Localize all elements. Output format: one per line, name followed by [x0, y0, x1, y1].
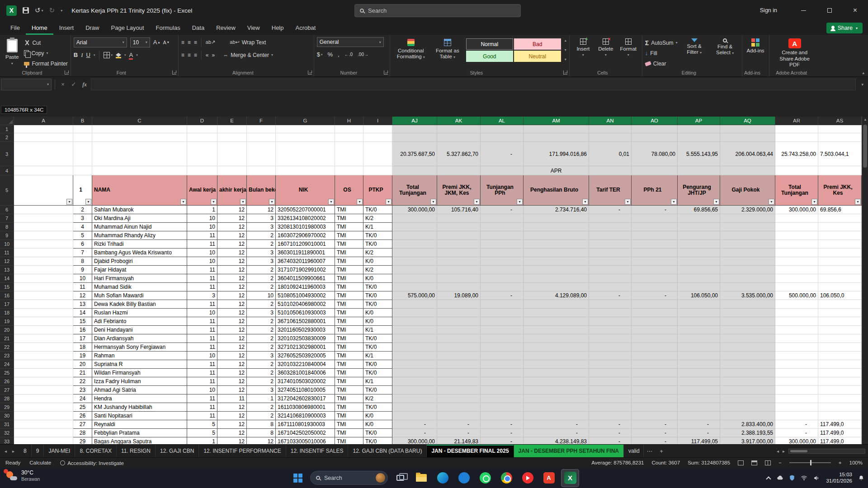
cell[interactable]: 11 — [187, 343, 217, 352]
cell[interactable]: 3201032210840004 — [276, 360, 335, 369]
cell[interactable]: 2 — [247, 343, 276, 352]
cell[interactable]: Bagas Anggara Saputra — [92, 437, 187, 444]
cell[interactable]: TMI — [335, 386, 363, 394]
cell[interactable]: 0,01 — [589, 142, 632, 166]
cell[interactable] — [392, 360, 437, 369]
row-header[interactable]: 3 — [0, 142, 14, 166]
cell[interactable]: Premi JKK, JKM, Kes▼ — [437, 175, 481, 206]
cell[interactable] — [818, 352, 862, 360]
cell[interactable] — [678, 377, 720, 386]
cell[interactable] — [392, 249, 437, 257]
cell[interactable]: Awal kerja▼ — [187, 175, 217, 206]
cell[interactable]: 11 — [187, 377, 217, 386]
cell[interactable] — [524, 266, 589, 274]
cell[interactable]: - — [437, 429, 481, 437]
column-header-AJ[interactable]: AJ — [392, 117, 437, 125]
cell[interactable]: Hari Firmansyah — [92, 274, 187, 283]
cell[interactable]: TK/0 — [363, 437, 392, 444]
cell[interactable] — [437, 343, 481, 352]
column-header-B[interactable]: B — [73, 117, 92, 125]
cell[interactable]: 25 — [73, 403, 92, 412]
cell[interactable] — [775, 403, 818, 412]
cell[interactable] — [524, 257, 589, 266]
cell[interactable]: TMI — [335, 274, 363, 283]
column-header-AM[interactable]: AM — [524, 117, 589, 125]
cell[interactable] — [632, 231, 678, 240]
cell[interactable] — [818, 249, 862, 257]
cell[interactable] — [818, 133, 862, 142]
cell[interactable] — [392, 240, 437, 249]
cell[interactable]: 69.856,65 — [678, 206, 720, 214]
cell[interactable] — [632, 334, 678, 343]
format-cells-button[interactable]: Format▾ — [618, 37, 639, 58]
cell[interactable]: K/0 — [363, 257, 392, 266]
cell[interactable] — [632, 257, 678, 266]
cell[interactable] — [481, 274, 524, 283]
cell[interactable] — [335, 166, 363, 175]
cell[interactable] — [392, 386, 437, 394]
cell[interactable]: 117.499,0 — [818, 420, 862, 429]
start-button[interactable] — [289, 469, 307, 487]
cell[interactable]: 3172042602830017 — [276, 394, 335, 403]
cell[interactable]: Oki Mardina Aji — [92, 214, 187, 223]
ribbon-tab-acrobat[interactable]: Acrobat — [290, 21, 322, 35]
cell[interactable] — [524, 377, 589, 386]
cell[interactable]: ▼ — [14, 175, 73, 206]
row-header[interactable]: 16 — [0, 291, 14, 300]
cell[interactable] — [437, 240, 481, 249]
cell[interactable] — [678, 231, 720, 240]
cell[interactable] — [524, 223, 589, 231]
cell[interactable]: - — [775, 420, 818, 429]
cell[interactable]: 300.000,00 — [392, 437, 437, 444]
cell[interactable]: 2 — [247, 274, 276, 283]
cell[interactable] — [392, 266, 437, 274]
cell[interactable]: 2 — [73, 206, 92, 214]
cell[interactable] — [818, 386, 862, 394]
cell[interactable] — [678, 334, 720, 343]
cell[interactable] — [720, 394, 775, 403]
cell[interactable]: - — [481, 420, 524, 429]
cell[interactable] — [481, 360, 524, 369]
cell[interactable] — [524, 309, 589, 317]
cell[interactable]: Santi Nopitasari — [92, 412, 187, 420]
column-header-AS[interactable]: AS — [818, 117, 862, 125]
cell[interactable]: 11 — [187, 240, 217, 249]
font-dialog-launcher[interactable] — [172, 70, 176, 75]
cell[interactable] — [589, 386, 632, 394]
filter-button[interactable]: ▼ — [474, 199, 480, 205]
cell[interactable]: 117.499,05 — [678, 437, 720, 444]
column-header-H[interactable]: H — [335, 117, 363, 125]
cell[interactable] — [524, 326, 589, 334]
cell[interactable]: PPh 21▼ — [632, 175, 678, 206]
increase-decimal-button[interactable]: ←.0 — [344, 52, 353, 57]
cell[interactable]: 9 — [73, 266, 92, 274]
cell[interactable]: NAMA▼ — [92, 175, 187, 206]
cell[interactable] — [589, 125, 632, 133]
cell[interactable] — [775, 283, 818, 291]
sign-in-button[interactable]: Sign in — [760, 7, 777, 14]
cell[interactable]: 2 — [247, 412, 276, 420]
cell[interactable] — [73, 125, 92, 133]
cell[interactable]: 11 — [187, 403, 217, 412]
cell[interactable]: 11 — [187, 231, 217, 240]
cell[interactable]: 18 — [73, 343, 92, 352]
cell[interactable] — [775, 300, 818, 309]
cell[interactable]: - — [589, 206, 632, 214]
cell[interactable] — [775, 133, 818, 142]
cell[interactable] — [589, 283, 632, 291]
zoom-level[interactable]: 100% — [849, 460, 863, 465]
cell[interactable] — [632, 266, 678, 274]
cell[interactable]: K/2 — [363, 249, 392, 257]
cell[interactable]: 12 — [217, 317, 247, 326]
cell[interactable] — [589, 334, 632, 343]
cell[interactable]: 20.375.687,50 — [392, 142, 437, 166]
accounting-format-button[interactable]: $▾ — [317, 51, 323, 58]
cell[interactable] — [187, 133, 217, 142]
clipboard-dialog-launcher[interactable] — [65, 70, 69, 75]
cell[interactable]: 3171071902991002 — [276, 266, 335, 274]
column-header-F[interactable]: F — [247, 117, 276, 125]
cell[interactable] — [589, 274, 632, 283]
cell[interactable]: 14 — [73, 309, 92, 317]
cell[interactable]: 2 — [247, 369, 276, 377]
row-header[interactable]: 7 — [0, 214, 14, 223]
